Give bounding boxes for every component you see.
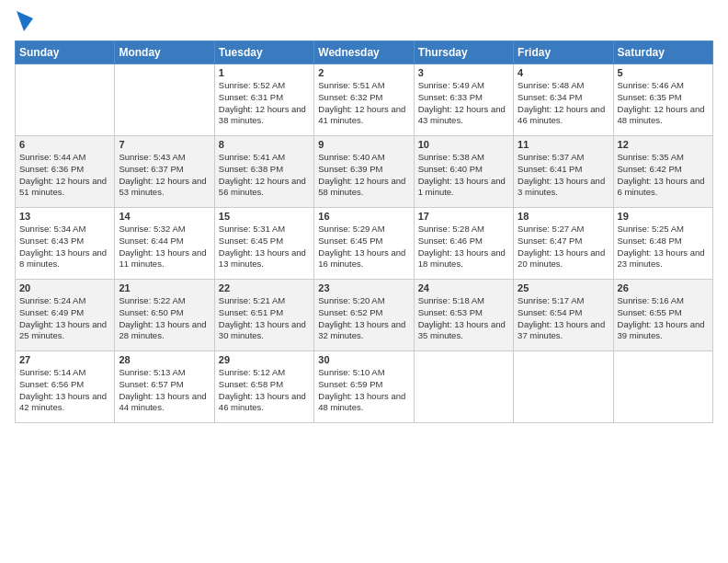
week-row-4: 20Sunrise: 5:24 AM Sunset: 6:49 PM Dayli… [16, 280, 713, 351]
col-header-saturday: Saturday [613, 41, 712, 64]
cell-daylight-text: Sunrise: 5:29 AM Sunset: 6:45 PM Dayligh… [318, 224, 409, 270]
cell-daylight-text: Sunrise: 5:41 AM Sunset: 6:38 PM Dayligh… [219, 152, 310, 199]
calendar-cell: 27Sunrise: 5:14 AM Sunset: 6:56 PM Dayli… [16, 351, 115, 423]
col-header-tuesday: Tuesday [214, 41, 313, 64]
calendar-cell: 12Sunrise: 5:35 AM Sunset: 6:42 PM Dayli… [613, 136, 712, 208]
cell-daylight-text: Sunrise: 5:51 AM Sunset: 6:32 PM Dayligh… [318, 80, 409, 127]
col-header-sunday: Sunday [16, 41, 115, 64]
day-number: 26 [618, 282, 709, 293]
calendar-cell: 16Sunrise: 5:29 AM Sunset: 6:45 PM Dayli… [314, 208, 414, 280]
calendar-cell: 9Sunrise: 5:40 AM Sunset: 6:39 PM Daylig… [314, 136, 414, 208]
calendar-cell: 19Sunrise: 5:25 AM Sunset: 6:48 PM Dayli… [613, 208, 712, 280]
cell-daylight-text: Sunrise: 5:44 AM Sunset: 6:36 PM Dayligh… [19, 152, 110, 199]
col-header-friday: Friday [514, 41, 613, 64]
calendar-cell: 3Sunrise: 5:49 AM Sunset: 6:33 PM Daylig… [414, 64, 513, 136]
cell-daylight-text: Sunrise: 5:18 AM Sunset: 6:53 PM Dayligh… [418, 295, 509, 342]
day-number: 12 [618, 139, 709, 150]
cell-daylight-text: Sunrise: 5:48 AM Sunset: 6:34 PM Dayligh… [518, 80, 609, 127]
day-number: 29 [219, 354, 310, 365]
week-row-3: 13Sunrise: 5:34 AM Sunset: 6:43 PM Dayli… [16, 208, 713, 280]
calendar-cell: 10Sunrise: 5:38 AM Sunset: 6:40 PM Dayli… [414, 136, 513, 208]
col-header-monday: Monday [115, 41, 214, 64]
week-row-5: 27Sunrise: 5:14 AM Sunset: 6:56 PM Dayli… [16, 351, 713, 423]
calendar-cell: 17Sunrise: 5:28 AM Sunset: 6:46 PM Dayli… [414, 208, 513, 280]
calendar-cell: 4Sunrise: 5:48 AM Sunset: 6:34 PM Daylig… [514, 64, 613, 136]
day-number: 11 [518, 139, 609, 150]
calendar-cell: 1Sunrise: 5:52 AM Sunset: 6:31 PM Daylig… [214, 64, 313, 136]
logo [15, 11, 33, 35]
cell-daylight-text: Sunrise: 5:31 AM Sunset: 6:45 PM Dayligh… [219, 224, 310, 270]
cell-daylight-text: Sunrise: 5:34 AM Sunset: 6:43 PM Dayligh… [19, 224, 110, 270]
calendar-cell [414, 351, 513, 423]
day-number: 9 [318, 139, 409, 150]
cell-daylight-text: Sunrise: 5:27 AM Sunset: 6:47 PM Dayligh… [518, 224, 609, 270]
calendar-cell: 2Sunrise: 5:51 AM Sunset: 6:32 PM Daylig… [314, 64, 414, 136]
logo-icon [17, 11, 33, 31]
svg-marker-0 [17, 11, 33, 31]
cell-daylight-text: Sunrise: 5:43 AM Sunset: 6:37 PM Dayligh… [119, 152, 210, 199]
day-number: 2 [318, 67, 409, 78]
calendar-cell: 24Sunrise: 5:18 AM Sunset: 6:53 PM Dayli… [414, 280, 513, 351]
week-row-2: 6Sunrise: 5:44 AM Sunset: 6:36 PM Daylig… [16, 136, 713, 208]
cell-daylight-text: Sunrise: 5:25 AM Sunset: 6:48 PM Dayligh… [618, 224, 709, 270]
calendar-cell [115, 64, 214, 136]
day-number: 28 [119, 354, 210, 365]
cell-daylight-text: Sunrise: 5:12 AM Sunset: 6:58 PM Dayligh… [219, 367, 310, 414]
calendar-cell [514, 351, 613, 423]
day-number: 21 [119, 282, 210, 293]
cell-daylight-text: Sunrise: 5:21 AM Sunset: 6:51 PM Dayligh… [219, 295, 310, 342]
day-number: 13 [19, 211, 110, 222]
col-header-wednesday: Wednesday [314, 41, 414, 64]
calendar-cell: 8Sunrise: 5:41 AM Sunset: 6:38 PM Daylig… [214, 136, 313, 208]
day-number: 8 [219, 139, 310, 150]
calendar-cell: 25Sunrise: 5:17 AM Sunset: 6:54 PM Dayli… [514, 280, 613, 351]
cell-daylight-text: Sunrise: 5:32 AM Sunset: 6:44 PM Dayligh… [119, 224, 210, 270]
cell-daylight-text: Sunrise: 5:28 AM Sunset: 6:46 PM Dayligh… [418, 224, 509, 270]
calendar-cell [16, 64, 115, 136]
cell-daylight-text: Sunrise: 5:17 AM Sunset: 6:54 PM Dayligh… [518, 295, 609, 342]
cell-daylight-text: Sunrise: 5:35 AM Sunset: 6:42 PM Dayligh… [618, 152, 709, 199]
cell-daylight-text: Sunrise: 5:46 AM Sunset: 6:35 PM Dayligh… [618, 80, 709, 127]
calendar-cell: 26Sunrise: 5:16 AM Sunset: 6:55 PM Dayli… [613, 280, 712, 351]
header-row-days: SundayMondayTuesdayWednesdayThursdayFrid… [16, 41, 713, 64]
cell-daylight-text: Sunrise: 5:38 AM Sunset: 6:40 PM Dayligh… [418, 152, 509, 199]
day-number: 16 [318, 211, 409, 222]
cell-daylight-text: Sunrise: 5:13 AM Sunset: 6:57 PM Dayligh… [119, 367, 210, 414]
day-number: 19 [618, 211, 709, 222]
day-number: 25 [518, 282, 609, 293]
cell-daylight-text: Sunrise: 5:37 AM Sunset: 6:41 PM Dayligh… [518, 152, 609, 199]
day-number: 10 [418, 139, 509, 150]
calendar-cell: 15Sunrise: 5:31 AM Sunset: 6:45 PM Dayli… [214, 208, 313, 280]
calendar-cell: 18Sunrise: 5:27 AM Sunset: 6:47 PM Dayli… [514, 208, 613, 280]
day-number: 1 [219, 67, 310, 78]
calendar-cell: 6Sunrise: 5:44 AM Sunset: 6:36 PM Daylig… [16, 136, 115, 208]
cell-daylight-text: Sunrise: 5:20 AM Sunset: 6:52 PM Dayligh… [318, 295, 409, 342]
calendar-cell [613, 351, 712, 423]
calendar-cell: 22Sunrise: 5:21 AM Sunset: 6:51 PM Dayli… [214, 280, 313, 351]
cell-daylight-text: Sunrise: 5:40 AM Sunset: 6:39 PM Dayligh… [318, 152, 409, 199]
day-number: 24 [418, 282, 509, 293]
calendar-cell: 28Sunrise: 5:13 AM Sunset: 6:57 PM Dayli… [115, 351, 214, 423]
calendar-cell: 5Sunrise: 5:46 AM Sunset: 6:35 PM Daylig… [613, 64, 712, 136]
day-number: 4 [518, 67, 609, 78]
day-number: 30 [318, 354, 409, 365]
calendar-cell: 23Sunrise: 5:20 AM Sunset: 6:52 PM Dayli… [314, 280, 414, 351]
calendar-cell: 30Sunrise: 5:10 AM Sunset: 6:59 PM Dayli… [314, 351, 414, 423]
day-number: 18 [518, 211, 609, 222]
calendar-cell: 13Sunrise: 5:34 AM Sunset: 6:43 PM Dayli… [16, 208, 115, 280]
calendar-cell: 14Sunrise: 5:32 AM Sunset: 6:44 PM Dayli… [115, 208, 214, 280]
calendar-cell: 7Sunrise: 5:43 AM Sunset: 6:37 PM Daylig… [115, 136, 214, 208]
day-number: 27 [19, 354, 110, 365]
calendar-cell: 20Sunrise: 5:24 AM Sunset: 6:49 PM Dayli… [16, 280, 115, 351]
cell-daylight-text: Sunrise: 5:52 AM Sunset: 6:31 PM Dayligh… [219, 80, 310, 127]
day-number: 3 [418, 67, 509, 78]
calendar-cell: 11Sunrise: 5:37 AM Sunset: 6:41 PM Dayli… [514, 136, 613, 208]
cell-daylight-text: Sunrise: 5:14 AM Sunset: 6:56 PM Dayligh… [19, 367, 110, 414]
cell-daylight-text: Sunrise: 5:22 AM Sunset: 6:50 PM Dayligh… [119, 295, 210, 342]
cell-daylight-text: Sunrise: 5:10 AM Sunset: 6:59 PM Dayligh… [318, 367, 409, 414]
day-number: 20 [19, 282, 110, 293]
day-number: 5 [618, 67, 709, 78]
col-header-thursday: Thursday [414, 41, 513, 64]
cell-daylight-text: Sunrise: 5:16 AM Sunset: 6:55 PM Dayligh… [618, 295, 709, 342]
cell-daylight-text: Sunrise: 5:24 AM Sunset: 6:49 PM Dayligh… [19, 295, 110, 342]
